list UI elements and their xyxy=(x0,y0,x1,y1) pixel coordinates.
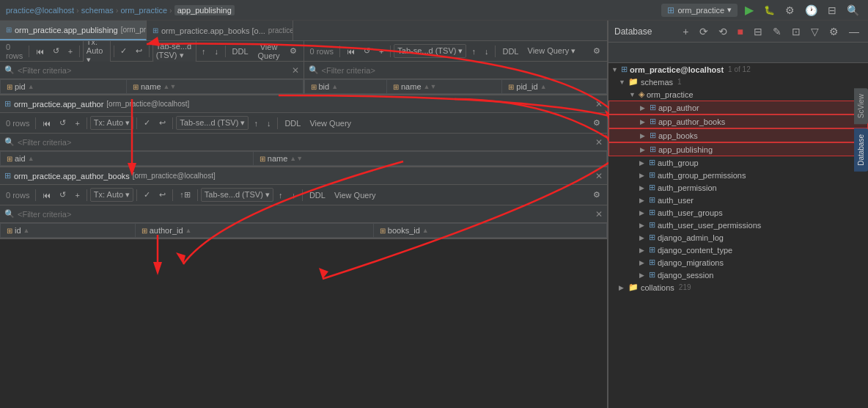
layout-icon[interactable]: ⊟ xyxy=(825,3,839,18)
sort-icon-pid[interactable]: ▲ xyxy=(28,83,34,90)
tree-django-content-type[interactable]: ▶ ⊞ django_content_type xyxy=(608,244,868,256)
filter-input-books[interactable] xyxy=(322,66,603,75)
refresh-author[interactable]: ↺ xyxy=(56,117,70,129)
ddl-publishing[interactable]: DDL xyxy=(229,45,252,57)
col-name-books[interactable]: ⊞ name ▲▼ xyxy=(386,80,501,94)
breadcrumb-orm-practice[interactable]: orm_practice xyxy=(120,6,167,15)
tree-django-session[interactable]: ▶ ⊞ django_session xyxy=(608,269,868,281)
filter-input-author-books[interactable] xyxy=(18,210,592,219)
clock-icon[interactable]: 🕐 xyxy=(802,3,820,18)
run-button[interactable]: ▶ xyxy=(742,1,757,18)
sort-icon-bid[interactable]: ▲ xyxy=(331,83,338,90)
settings-publishing[interactable]: ⚙ xyxy=(286,45,301,57)
tree-django-migrations[interactable]: ▶ ⊞ django_migrations xyxy=(608,256,868,269)
import-books[interactable]: ↓ xyxy=(481,45,493,57)
col-pid[interactable]: ⊞ pid ▲ xyxy=(1,80,127,94)
tree-auth-user[interactable]: ▶ ⊞ auth_user xyxy=(608,194,868,206)
sort-icon-pid-id[interactable]: ▲ xyxy=(540,83,547,90)
view-query-books[interactable]: View Query ▾ xyxy=(524,45,580,57)
sort-icon-author-id[interactable]: ▲ xyxy=(185,227,192,234)
revert-publishing[interactable]: ↩ xyxy=(132,45,146,57)
col-bid[interactable]: ⊞ bid ▲ xyxy=(304,80,386,94)
sort-icon-name-books[interactable]: ▲▼ xyxy=(424,83,437,90)
ddl-author-books[interactable]: DDL xyxy=(306,189,329,201)
ddl-author[interactable]: DDL xyxy=(281,117,304,129)
tree-collations[interactable]: ▶ 📁 collations 219 xyxy=(608,281,868,294)
settings-books[interactable]: ⚙ xyxy=(589,45,604,57)
db-filter-btn[interactable]: ⟲ xyxy=(716,24,730,39)
filter-clear-author[interactable]: ✕ xyxy=(595,137,603,147)
db-layout-btn[interactable]: ⊟ xyxy=(751,24,765,39)
col-books-id[interactable]: ⊞ books_id ▲ xyxy=(373,224,606,238)
tree-app-publishing[interactable]: ▶ ⊞ app_publishing xyxy=(608,142,868,156)
import-publishing[interactable]: ↓ xyxy=(210,45,222,57)
db-export-btn[interactable]: ⊡ xyxy=(789,24,803,39)
tab-sep-author-books[interactable]: Tab-se...d (TSV) ▾ xyxy=(201,188,273,202)
breadcrumb-schemas[interactable]: schemas xyxy=(81,6,114,15)
col-name-author[interactable]: ⊞ name ▲▼ xyxy=(253,152,606,166)
filter-input-publishing[interactable] xyxy=(18,66,289,75)
nav-up-author-books[interactable]: ↑⊞ xyxy=(176,189,194,201)
col-aid[interactable]: ⊞ aid ▲ xyxy=(1,152,254,166)
add-row-publishing[interactable]: + xyxy=(65,45,76,57)
side-tab-scview[interactable]: ScView xyxy=(854,88,868,124)
settings-icon[interactable]: ⚙ xyxy=(782,3,798,18)
db-sync-btn[interactable]: ⟳ xyxy=(696,24,711,39)
db-add-btn[interactable]: + xyxy=(680,24,691,39)
add-row-author-books[interactable]: + xyxy=(71,189,83,201)
sort-icon-name-pub[interactable]: ▲▼ xyxy=(163,83,177,90)
tree-orm-practice[interactable]: ▼ ◈ orm_practice xyxy=(608,88,868,101)
nav-first-author-books[interactable]: ⏮ xyxy=(39,189,54,201)
add-row-author[interactable]: + xyxy=(71,117,83,129)
import-author[interactable]: ↓ xyxy=(263,117,275,129)
add-row-books[interactable]: + xyxy=(375,45,387,57)
filter-input-author[interactable] xyxy=(18,138,592,147)
tree-app-books[interactable]: ▶ ⊞ app_books xyxy=(608,128,868,142)
search-icon[interactable]: 🔍 xyxy=(844,3,862,18)
export-publishing[interactable]: ↑ xyxy=(198,45,210,57)
nav-first-publishing[interactable]: ⏮ xyxy=(32,45,48,57)
refresh-author-books[interactable]: ↺ xyxy=(56,189,70,201)
sort-icon-aid[interactable]: ▲ xyxy=(28,155,34,162)
submit-author-books[interactable]: ✓ xyxy=(140,189,154,201)
debug-button[interactable]: 🐛 xyxy=(761,4,778,17)
db-stop-btn[interactable]: ■ xyxy=(735,24,746,39)
close-author-books[interactable]: ✕ xyxy=(595,171,603,181)
db-edit-btn[interactable]: ✎ xyxy=(770,24,784,39)
export-author-books[interactable]: ↑ xyxy=(275,189,287,201)
tab-sep-books[interactable]: Tab-se...d (TSV) ▾ xyxy=(394,44,466,58)
tree-app-author-books[interactable]: ▶ ⊞ app_author_books xyxy=(608,114,868,128)
tree-auth-group-permissions[interactable]: ▶ ⊞ auth_group_permissions xyxy=(608,169,868,181)
tree-schemas[interactable]: ▼ 📁 schemas 1 xyxy=(608,76,868,88)
submit-publishing[interactable]: ✓ xyxy=(117,45,130,57)
tab-app-books[interactable]: ⊞ orm_practice.app_books [o... practice@… xyxy=(147,21,293,40)
db-funnel-btn[interactable]: ▽ xyxy=(808,24,822,39)
sort-icon-name-author[interactable]: ▲▼ xyxy=(290,155,303,162)
filter-clear-author-books[interactable]: ✕ xyxy=(595,209,603,219)
col-id-ab[interactable]: ⊞ id ▲ xyxy=(1,224,136,238)
db-settings-btn[interactable]: ⚙ xyxy=(826,24,842,39)
nav-first-author[interactable]: ⏮ xyxy=(39,117,54,129)
view-query-publishing[interactable]: View Query xyxy=(254,41,284,62)
tab-sep-author[interactable]: Tab-se...d (TSV) ▾ xyxy=(176,116,249,130)
tree-django-admin-log[interactable]: ▶ ⊞ django_admin_log xyxy=(608,231,868,244)
sort-icon-id-ab[interactable]: ▲ xyxy=(23,227,30,234)
db-connection-badge[interactable]: ⊞ orm_practice ▾ xyxy=(661,4,738,17)
tab-app-publishing[interactable]: ⊞ orm_practice.app_publishing [orm_pract… xyxy=(0,21,147,40)
close-author[interactable]: ✕ xyxy=(595,99,603,109)
tree-app-author[interactable]: ▶ ⊞ app_author xyxy=(608,101,868,114)
tab-sep-publishing[interactable]: Tab-se...d (TSV) ▾ xyxy=(152,41,196,62)
settings-author-books[interactable]: ⚙ xyxy=(589,189,604,201)
col-pid-id[interactable]: ⊞ pid_id ▲ xyxy=(502,80,607,94)
import-author-books[interactable]: ↓ xyxy=(287,189,299,201)
tree-auth-group[interactable]: ▶ ⊞ auth_group xyxy=(608,156,868,169)
refresh-publishing[interactable]: ↺ xyxy=(49,45,63,57)
view-query-author[interactable]: View Query xyxy=(306,117,355,129)
tx-dropdown-author-books[interactable]: Tx: Auto ▾ xyxy=(90,188,133,202)
tree-auth-user-user-perms[interactable]: ▶ ⊞ auth_user_user_permissions xyxy=(608,219,868,231)
nav-first-books[interactable]: ⏮ xyxy=(343,45,358,57)
export-author[interactable]: ↑ xyxy=(250,117,262,129)
col-author-id[interactable]: ⊞ author_id ▲ xyxy=(135,224,373,238)
view-query-author-books[interactable]: View Query xyxy=(331,189,380,201)
tree-root[interactable]: ▼ ⊞ orm_practice@localhost 1 of 12 xyxy=(608,63,868,76)
